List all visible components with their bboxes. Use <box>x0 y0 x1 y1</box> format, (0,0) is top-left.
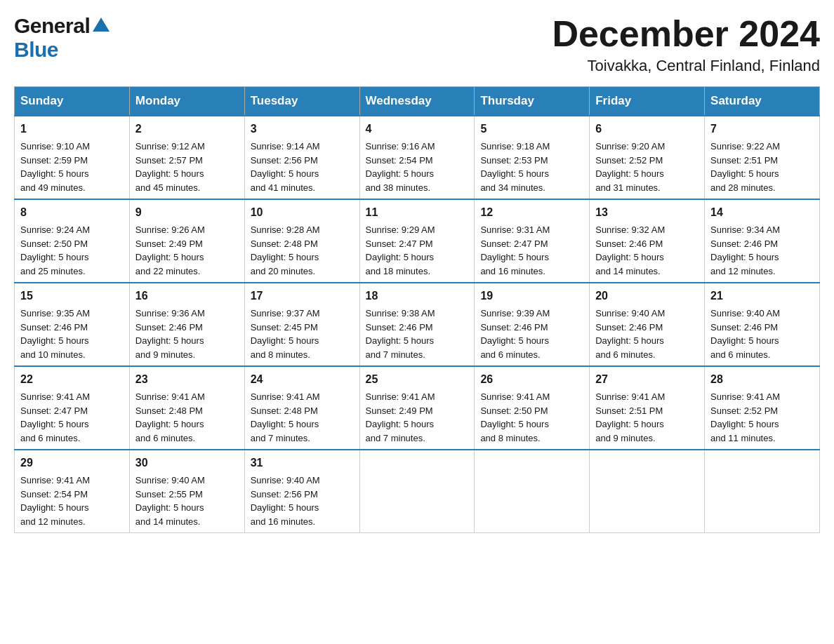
page-header: General Blue December 2024 Toivakka, Cen… <box>14 14 820 75</box>
day-number: 5 <box>480 121 583 137</box>
day-number: 26 <box>480 371 583 388</box>
day-header-friday: Friday <box>590 87 705 116</box>
day-number: 27 <box>595 371 699 388</box>
day-number: 21 <box>710 288 814 304</box>
day-info: Sunrise: 9:28 AM Sunset: 2:48 PM Dayligh… <box>251 224 320 276</box>
day-number: 28 <box>710 371 814 388</box>
calendar-cell <box>705 450 820 533</box>
day-info: Sunrise: 9:41 AM Sunset: 2:54 PM Dayligh… <box>20 475 90 527</box>
calendar-cell <box>590 450 705 533</box>
day-info: Sunrise: 9:32 AM Sunset: 2:46 PM Dayligh… <box>595 224 665 276</box>
day-number: 2 <box>135 121 239 137</box>
calendar-cell: 27 Sunrise: 9:41 AM Sunset: 2:51 PM Dayl… <box>590 366 705 450</box>
calendar-cell <box>359 450 475 533</box>
day-number: 19 <box>480 288 583 304</box>
day-info: Sunrise: 9:41 AM Sunset: 2:47 PM Dayligh… <box>20 391 90 443</box>
day-number: 11 <box>366 204 469 221</box>
title-block: December 2024 Toivakka, Central Finland,… <box>552 14 820 75</box>
day-number: 6 <box>595 121 699 137</box>
day-number: 16 <box>135 288 239 304</box>
day-info: Sunrise: 9:40 AM Sunset: 2:46 PM Dayligh… <box>710 308 780 360</box>
calendar-week-3: 15 Sunrise: 9:35 AM Sunset: 2:46 PM Dayl… <box>15 283 820 366</box>
calendar-cell: 17 Sunrise: 9:37 AM Sunset: 2:45 PM Dayl… <box>244 283 359 366</box>
calendar-cell: 26 Sunrise: 9:41 AM Sunset: 2:50 PM Dayl… <box>475 366 590 450</box>
day-number: 4 <box>366 121 469 137</box>
calendar-cell: 14 Sunrise: 9:34 AM Sunset: 2:46 PM Dayl… <box>705 199 820 283</box>
svg-marker-0 <box>93 18 110 32</box>
day-info: Sunrise: 9:40 AM Sunset: 2:55 PM Dayligh… <box>135 475 205 527</box>
day-number: 9 <box>135 204 239 221</box>
calendar-cell: 2 Sunrise: 9:12 AM Sunset: 2:57 PM Dayli… <box>129 116 244 199</box>
day-info: Sunrise: 9:41 AM Sunset: 2:49 PM Dayligh… <box>366 391 435 443</box>
calendar-week-4: 22 Sunrise: 9:41 AM Sunset: 2:47 PM Dayl… <box>15 366 820 450</box>
day-number: 18 <box>366 288 469 304</box>
calendar-title: December 2024 <box>552 14 820 54</box>
calendar-cell: 22 Sunrise: 9:41 AM Sunset: 2:47 PM Dayl… <box>15 366 130 450</box>
day-number: 10 <box>251 204 354 221</box>
day-number: 14 <box>710 204 814 221</box>
day-info: Sunrise: 9:38 AM Sunset: 2:46 PM Dayligh… <box>366 308 435 360</box>
calendar-week-1: 1 Sunrise: 9:10 AM Sunset: 2:59 PM Dayli… <box>15 116 820 199</box>
day-info: Sunrise: 9:40 AM Sunset: 2:46 PM Dayligh… <box>595 308 665 360</box>
calendar-cell: 6 Sunrise: 9:20 AM Sunset: 2:52 PM Dayli… <box>590 116 705 199</box>
day-info: Sunrise: 9:41 AM Sunset: 2:48 PM Dayligh… <box>251 391 320 443</box>
day-number: 8 <box>20 204 124 221</box>
calendar-cell: 4 Sunrise: 9:16 AM Sunset: 2:54 PM Dayli… <box>359 116 475 199</box>
calendar-cell: 24 Sunrise: 9:41 AM Sunset: 2:48 PM Dayl… <box>244 366 359 450</box>
day-number: 29 <box>20 455 124 471</box>
day-header-monday: Monday <box>129 87 244 116</box>
day-info: Sunrise: 9:31 AM Sunset: 2:47 PM Dayligh… <box>480 224 550 276</box>
calendar-week-5: 29 Sunrise: 9:41 AM Sunset: 2:54 PM Dayl… <box>15 450 820 533</box>
logo-triangle-icon <box>91 16 111 33</box>
day-header-wednesday: Wednesday <box>359 87 475 116</box>
day-number: 20 <box>595 288 699 304</box>
day-info: Sunrise: 9:16 AM Sunset: 2:54 PM Dayligh… <box>366 141 435 193</box>
day-number: 15 <box>20 288 124 304</box>
calendar-cell: 8 Sunrise: 9:24 AM Sunset: 2:50 PM Dayli… <box>15 199 130 283</box>
day-number: 25 <box>366 371 469 388</box>
calendar-cell: 16 Sunrise: 9:36 AM Sunset: 2:46 PM Dayl… <box>129 283 244 366</box>
day-number: 23 <box>135 371 239 388</box>
day-info: Sunrise: 9:40 AM Sunset: 2:56 PM Dayligh… <box>251 475 320 527</box>
day-info: Sunrise: 9:36 AM Sunset: 2:46 PM Dayligh… <box>135 308 205 360</box>
day-number: 1 <box>20 121 124 137</box>
day-info: Sunrise: 9:41 AM Sunset: 2:51 PM Dayligh… <box>595 391 665 443</box>
day-info: Sunrise: 9:34 AM Sunset: 2:46 PM Dayligh… <box>710 224 780 276</box>
day-info: Sunrise: 9:12 AM Sunset: 2:57 PM Dayligh… <box>135 141 205 193</box>
calendar-subtitle: Toivakka, Central Finland, Finland <box>552 57 820 75</box>
day-number: 31 <box>251 455 354 471</box>
calendar-cell: 7 Sunrise: 9:22 AM Sunset: 2:51 PM Dayli… <box>705 116 820 199</box>
day-info: Sunrise: 9:10 AM Sunset: 2:59 PM Dayligh… <box>20 141 90 193</box>
day-number: 13 <box>595 204 699 221</box>
calendar-cell: 3 Sunrise: 9:14 AM Sunset: 2:56 PM Dayli… <box>244 116 359 199</box>
calendar-cell: 13 Sunrise: 9:32 AM Sunset: 2:46 PM Dayl… <box>590 199 705 283</box>
day-number: 3 <box>251 121 354 137</box>
calendar-cell <box>475 450 590 533</box>
calendar-cell: 21 Sunrise: 9:40 AM Sunset: 2:46 PM Dayl… <box>705 283 820 366</box>
day-number: 24 <box>251 371 354 388</box>
day-info: Sunrise: 9:35 AM Sunset: 2:46 PM Dayligh… <box>20 308 90 360</box>
logo-text-block: General Blue <box>14 14 111 62</box>
day-info: Sunrise: 9:29 AM Sunset: 2:47 PM Dayligh… <box>366 224 435 276</box>
calendar-cell: 5 Sunrise: 9:18 AM Sunset: 2:53 PM Dayli… <box>475 116 590 199</box>
calendar-cell: 28 Sunrise: 9:41 AM Sunset: 2:52 PM Dayl… <box>705 366 820 450</box>
calendar-cell: 9 Sunrise: 9:26 AM Sunset: 2:49 PM Dayli… <box>129 199 244 283</box>
calendar-cell: 15 Sunrise: 9:35 AM Sunset: 2:46 PM Dayl… <box>15 283 130 366</box>
day-number: 30 <box>135 455 239 471</box>
calendar-cell: 11 Sunrise: 9:29 AM Sunset: 2:47 PM Dayl… <box>359 199 475 283</box>
day-info: Sunrise: 9:41 AM Sunset: 2:48 PM Dayligh… <box>135 391 205 443</box>
day-number: 7 <box>710 121 814 137</box>
calendar-cell: 12 Sunrise: 9:31 AM Sunset: 2:47 PM Dayl… <box>475 199 590 283</box>
logo: General Blue <box>14 14 111 62</box>
day-info: Sunrise: 9:41 AM Sunset: 2:50 PM Dayligh… <box>480 391 550 443</box>
day-info: Sunrise: 9:18 AM Sunset: 2:53 PM Dayligh… <box>480 141 550 193</box>
day-info: Sunrise: 9:24 AM Sunset: 2:50 PM Dayligh… <box>20 224 90 276</box>
calendar-cell: 18 Sunrise: 9:38 AM Sunset: 2:46 PM Dayl… <box>359 283 475 366</box>
day-number: 17 <box>251 288 354 304</box>
calendar-cell: 23 Sunrise: 9:41 AM Sunset: 2:48 PM Dayl… <box>129 366 244 450</box>
calendar-week-2: 8 Sunrise: 9:24 AM Sunset: 2:50 PM Dayli… <box>15 199 820 283</box>
calendar-table: SundayMondayTuesdayWednesdayThursdayFrid… <box>14 86 820 533</box>
day-header-saturday: Saturday <box>705 87 820 116</box>
day-info: Sunrise: 9:37 AM Sunset: 2:45 PM Dayligh… <box>251 308 320 360</box>
logo-general-text: General <box>14 14 90 38</box>
